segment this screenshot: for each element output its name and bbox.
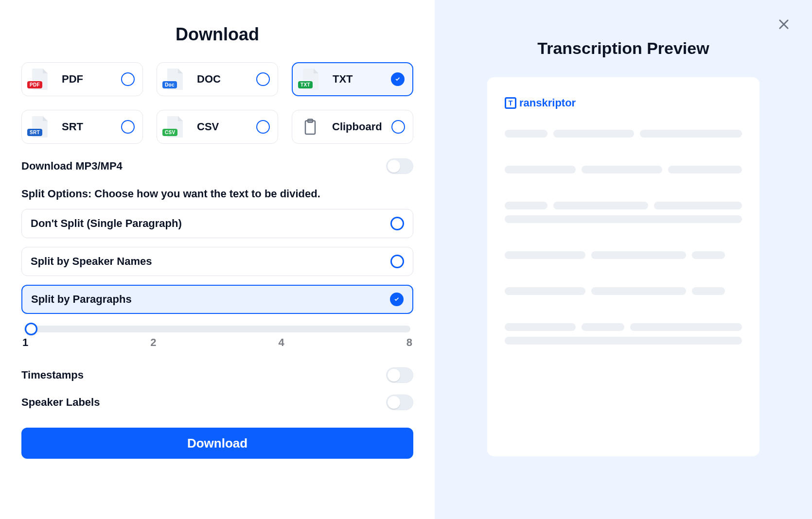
format-grid: PDF PDF Doc DOC TXT TXT — [21, 62, 413, 144]
format-label: Clipboard — [332, 121, 382, 133]
close-icon[interactable] — [777, 17, 791, 31]
preview-skeleton — [505, 130, 742, 363]
txt-file-icon: TXT — [298, 66, 324, 92]
format-option-pdf[interactable]: PDF PDF — [21, 62, 143, 96]
speaker-labels-label: Speaker Labels — [21, 396, 100, 409]
format-option-srt[interactable]: SRT SRT — [21, 110, 143, 144]
doc-badge: Doc — [162, 81, 177, 88]
slider-tick: 1 — [22, 336, 28, 349]
pdf-file-icon: PDF — [27, 66, 53, 92]
download-button[interactable]: Download — [21, 428, 413, 459]
format-label: DOC — [197, 73, 221, 86]
speaker-labels-row: Speaker Labels — [21, 395, 413, 410]
split-option-label: Split by Paragraphs — [31, 293, 132, 306]
slider-thumb[interactable] — [25, 323, 37, 335]
radio-icon — [121, 72, 135, 86]
preview-title: Transcription Preview — [458, 39, 789, 58]
split-options-list: Don't Split (Single Paragraph) Split by … — [21, 209, 413, 314]
timestamps-row: Timestamps — [21, 367, 413, 383]
radio-icon — [390, 255, 404, 268]
radio-icon — [256, 72, 270, 86]
preview-panel: Transcription Preview T ranskriptor — [435, 0, 812, 519]
brand-mark-icon: T — [505, 97, 516, 109]
format-option-csv[interactable]: CSV CSV — [157, 110, 278, 144]
download-media-row: Download MP3/MP4 — [21, 158, 413, 174]
slider-track[interactable] — [24, 326, 410, 332]
radio-icon — [256, 120, 270, 134]
pdf-badge: PDF — [27, 81, 42, 88]
slider-tick: 4 — [279, 336, 284, 349]
download-media-label: Download MP3/MP4 — [21, 160, 123, 173]
slider-tick: 2 — [150, 336, 156, 349]
brand-name: ranskriptor — [519, 97, 576, 109]
srt-badge: SRT — [27, 129, 42, 136]
doc-file-icon: Doc — [162, 66, 188, 92]
radio-icon — [390, 217, 404, 230]
timestamps-toggle[interactable] — [386, 367, 413, 383]
slider-tick: 8 — [406, 336, 412, 349]
radio-icon — [121, 120, 135, 134]
output-toggles: Timestamps Speaker Labels — [21, 367, 413, 410]
slider-ticks: 1 2 4 8 — [21, 336, 413, 349]
timestamps-label: Timestamps — [21, 369, 84, 381]
split-option-speaker[interactable]: Split by Speaker Names — [21, 247, 413, 276]
format-option-clipboard[interactable]: Clipboard — [292, 110, 413, 144]
csv-file-icon: CSV — [162, 114, 188, 140]
download-media-toggle[interactable] — [386, 158, 413, 174]
srt-file-icon: SRT — [27, 114, 53, 140]
format-label: CSV — [197, 121, 219, 133]
split-option-paragraphs[interactable]: Split by Paragraphs — [21, 285, 413, 314]
format-option-txt[interactable]: TXT TXT — [292, 62, 413, 96]
preview-card: T ranskriptor — [487, 77, 759, 456]
radio-icon — [391, 72, 405, 86]
format-label: TXT — [333, 73, 353, 86]
format-label: PDF — [62, 73, 83, 86]
split-option-label: Don't Split (Single Paragraph) — [31, 217, 182, 230]
format-option-doc[interactable]: Doc DOC — [157, 62, 278, 96]
radio-icon — [391, 120, 405, 134]
format-label: SRT — [62, 121, 83, 133]
clipboard-icon — [297, 114, 323, 140]
speaker-labels-toggle[interactable] — [386, 395, 413, 410]
csv-badge: CSV — [162, 129, 177, 136]
split-option-none[interactable]: Don't Split (Single Paragraph) — [21, 209, 413, 238]
brand-logo: T ranskriptor — [505, 97, 742, 109]
radio-icon — [390, 293, 404, 306]
page-title: Download — [21, 24, 413, 45]
paragraph-slider: 1 2 4 8 — [21, 321, 413, 349]
split-option-label: Split by Speaker Names — [31, 255, 152, 268]
download-panel: Download PDF PDF Doc DOC TXT — [0, 0, 435, 519]
split-options-label: Split Options: Choose how you want the t… — [21, 188, 413, 200]
txt-badge: TXT — [298, 81, 313, 88]
